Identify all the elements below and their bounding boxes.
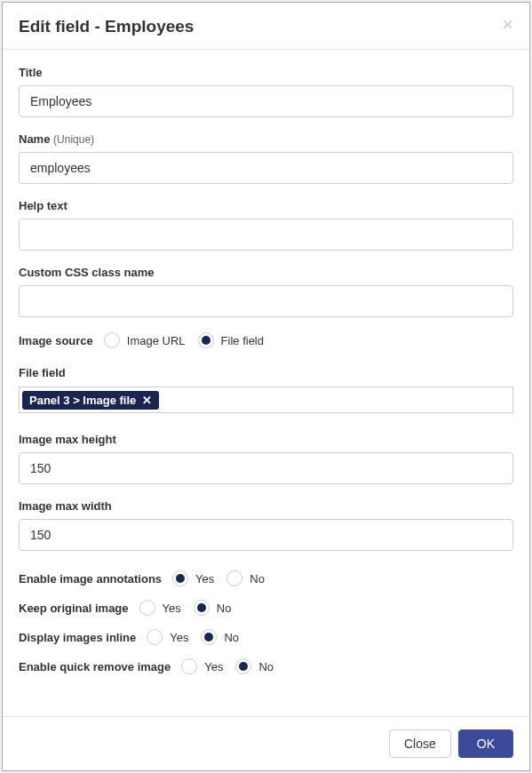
file-field-tag-text: Panel 3 > Image file [29,394,136,407]
keep-original-label: Keep original image [19,602,129,615]
close-icon[interactable]: × [502,17,513,33]
image-source-label: Image source [19,334,93,347]
annotations-no-text: No [250,572,265,586]
radio-icon [235,658,251,674]
edit-field-modal: Edit field - Employees × Title Name (Uni… [2,2,530,771]
radio-icon [181,658,197,674]
ok-button[interactable]: OK [458,729,513,758]
image-source-row: Image source Image URL File field [19,332,513,348]
max-height-label: Image max height [19,433,513,446]
quick-remove-no-text: No [258,660,274,673]
cssclass-input[interactable] [19,285,513,317]
quick-remove-label: Enable quick remove image [19,660,171,673]
max-width-group: Image max width [19,499,513,551]
radio-icon [201,629,217,645]
helptext-label: Help text [19,199,513,212]
file-field-select[interactable]: Panel 3 > Image file ✕ [19,386,513,413]
name-label-text: Name [19,132,50,146]
name-label: Name (Unique) [19,132,513,146]
radio-icon [194,600,210,616]
helptext-input[interactable] [19,219,513,251]
image-source-file[interactable]: File field [198,332,264,348]
quick-remove-no[interactable]: No [235,658,274,674]
radio-icon [147,629,163,645]
field-title-group: Title [19,66,513,117]
image-source-url-text: Image URL [127,334,186,347]
annotations-no[interactable]: No [226,570,265,586]
field-name-group: Name (Unique) [19,132,513,184]
keep-original-no[interactable]: No [194,600,232,616]
image-source-file-text: File field [221,334,264,347]
annotations-label: Enable image annotations [19,572,162,586]
file-field-label: File field [19,366,513,379]
quick-remove-yes-text: Yes [204,660,223,673]
keep-original-yes[interactable]: Yes [139,600,181,616]
modal-footer: Close OK [3,716,529,770]
display-inline-no-text: No [224,631,239,644]
max-width-input[interactable] [19,519,513,551]
max-height-input[interactable] [19,452,513,484]
radio-icon [139,600,155,616]
field-cssclass-group: Custom CSS class name [19,266,513,317]
title-input[interactable] [19,85,513,117]
keep-original-no-text: No [217,602,232,615]
cssclass-label: Custom CSS class name [19,266,513,279]
radio-icon [226,570,242,586]
radio-icon [198,332,214,348]
modal-body: Title Name (Unique) Help text Custom CSS… [3,50,529,716]
display-inline-no[interactable]: No [201,629,239,645]
close-button[interactable]: Close [389,729,451,758]
annotations-yes-text: Yes [195,572,214,586]
title-label: Title [19,66,513,79]
radio-icon [104,332,120,348]
file-field-group: File field Panel 3 > Image file ✕ [19,366,513,413]
keep-original-row: Keep original image Yes No [19,600,513,616]
image-source-url[interactable]: Image URL [104,332,186,348]
modal-title: Edit field - Employees [19,17,194,36]
modal-header: Edit field - Employees × [3,3,529,50]
quick-remove-row: Enable quick remove image Yes No [19,658,513,674]
name-hint: (Unique) [53,133,94,146]
annotations-yes[interactable]: Yes [172,570,214,586]
name-input[interactable] [19,152,513,184]
radio-icon [172,570,188,586]
file-field-tag: Panel 3 > Image file ✕ [22,391,159,410]
display-inline-yes[interactable]: Yes [147,629,188,645]
quick-remove-yes[interactable]: Yes [181,658,223,674]
display-inline-label: Display images inline [19,631,136,644]
tag-remove-icon[interactable]: ✕ [142,394,152,407]
keep-original-yes-text: Yes [163,602,181,615]
display-inline-yes-text: Yes [170,631,188,644]
annotations-row: Enable image annotations Yes No [19,570,513,586]
max-height-group: Image max height [19,433,513,484]
display-inline-row: Display images inline Yes No [19,629,513,645]
field-helptext-group: Help text [19,199,513,251]
max-width-label: Image max width [19,499,513,513]
